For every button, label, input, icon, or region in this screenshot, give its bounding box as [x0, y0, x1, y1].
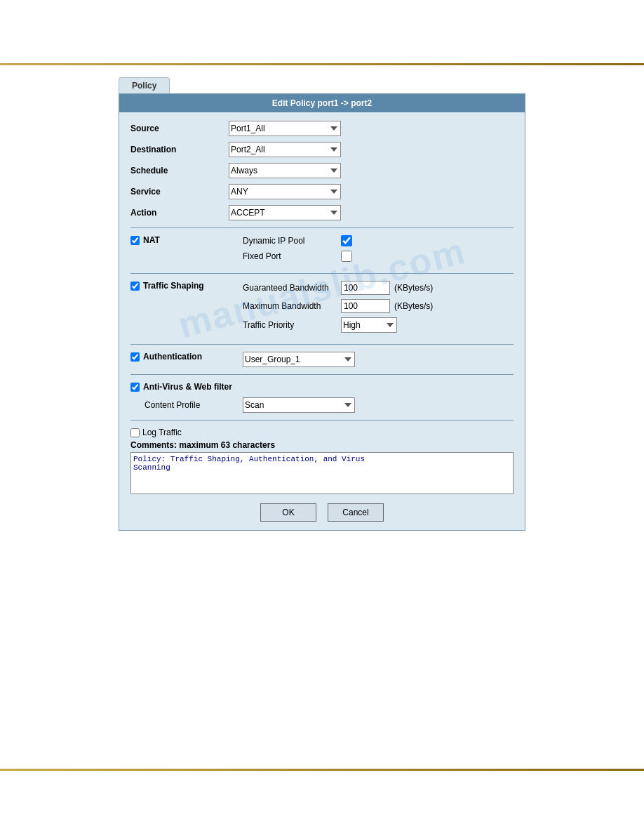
content-profile-select[interactable]: Scan None — [243, 397, 355, 413]
comments-label: Comments: maximum 63 characters — [130, 440, 514, 450]
log-traffic-row: Log Traffic — [130, 428, 514, 437]
action-label: Action — [130, 208, 229, 218]
nat-content: Dynamic IP Pool Fixed Port — [243, 235, 514, 266]
antivirus-checkbox[interactable] — [130, 383, 140, 392]
separator-3 — [130, 344, 514, 345]
nat-row: NAT Dynamic IP Pool Fixed Port — [130, 235, 514, 266]
content-profile-label: Content Profile — [145, 400, 243, 410]
comments-textarea[interactable]: Policy: Traffic Shaping, Authentication,… — [130, 452, 514, 494]
max-bw-label: Maximum Bandwidth — [243, 301, 341, 311]
comments-row: Comments: maximum 63 characters Policy: … — [130, 440, 514, 496]
authentication-label-text: Authentication — [143, 352, 202, 362]
log-traffic-label: Log Traffic — [142, 428, 182, 437]
traffic-priority-select[interactable]: High Medium Low — [341, 317, 397, 333]
comments-suffix: maximum 63 characters — [179, 440, 275, 450]
separator-1 — [130, 227, 514, 228]
guaranteed-bw-label: Guaranteed Bandwidth — [243, 283, 341, 293]
service-label: Service — [130, 187, 229, 197]
dynamic-ip-pool-checkbox[interactable] — [341, 235, 352, 246]
button-row: OK Cancel — [130, 503, 514, 522]
antivirus-label: Anti-Virus & Web filter — [130, 382, 243, 392]
authentication-label: Authentication — [130, 352, 243, 362]
separator-5 — [130, 420, 514, 421]
content-profile-row: Content Profile Scan None — [130, 397, 514, 413]
guaranteed-bw-unit: (KBytes/s) — [394, 283, 433, 293]
policy-container: Policy Edit Policy port1 -> port2 Source… — [119, 77, 525, 531]
top-border — [0, 63, 644, 65]
dynamic-ip-pool-label: Dynamic IP Pool — [243, 236, 341, 246]
destination-row: Destination Port2_All Port1_All — [130, 142, 514, 157]
traffic-shaping-label: Traffic Shaping — [130, 281, 243, 291]
separator-2 — [130, 273, 514, 274]
dialog-header: Edit Policy port1 -> port2 — [119, 94, 525, 112]
ok-button[interactable]: OK — [260, 503, 316, 522]
fixed-port-checkbox[interactable] — [341, 251, 352, 262]
antivirus-row: Anti-Virus & Web filter — [130, 382, 514, 392]
log-traffic-checkbox[interactable] — [130, 428, 140, 437]
antivirus-label-text: Anti-Virus & Web filter — [143, 382, 232, 392]
dialog-title: Edit Policy port1 -> port2 — [272, 98, 372, 108]
schedule-label: Schedule — [130, 166, 229, 176]
service-row: Service ANY HTTP — [130, 184, 514, 199]
authentication-content: User_Group_1 User_Group_2 — [243, 352, 514, 367]
traffic-priority-row: Traffic Priority High Medium Low — [243, 317, 514, 333]
nat-section-label: NAT — [130, 235, 243, 245]
destination-select[interactable]: Port2_All Port1_All — [229, 142, 341, 157]
max-bw-unit: (KBytes/s) — [394, 301, 433, 311]
service-select[interactable]: ANY HTTP — [229, 184, 341, 199]
dynamic-ip-pool-row: Dynamic IP Pool — [243, 235, 514, 246]
max-bw-input[interactable] — [341, 299, 390, 313]
traffic-shaping-label-text: Traffic Shaping — [143, 281, 204, 291]
nat-checkbox[interactable] — [130, 236, 140, 245]
fixed-port-label: Fixed Port — [243, 251, 341, 261]
traffic-priority-label: Traffic Priority — [243, 320, 341, 330]
cancel-button[interactable]: Cancel — [328, 503, 384, 522]
schedule-select[interactable]: Always Once — [229, 163, 341, 178]
tab-bar: Policy — [119, 77, 525, 93]
source-label: Source — [130, 124, 229, 133]
schedule-row: Schedule Always Once — [130, 163, 514, 178]
comments-bold: Comments: — [130, 440, 177, 450]
traffic-shaping-row: Traffic Shaping Guaranteed Bandwidth (KB… — [130, 281, 514, 337]
source-select[interactable]: Port1_All Port2_All — [229, 121, 341, 136]
traffic-shaping-content: Guaranteed Bandwidth (KBytes/s) Maximum … — [243, 281, 514, 337]
max-bw-row: Maximum Bandwidth (KBytes/s) — [243, 299, 514, 313]
separator-4 — [130, 374, 514, 375]
fixed-port-row: Fixed Port — [243, 251, 514, 262]
destination-label: Destination — [130, 145, 229, 154]
bottom-border — [0, 769, 644, 771]
dialog-box: Edit Policy port1 -> port2 Source Port1_… — [119, 93, 525, 531]
source-row: Source Port1_All Port2_All — [130, 121, 514, 136]
dialog-body: Source Port1_All Port2_All Destination P… — [119, 112, 525, 530]
guaranteed-bw-input[interactable] — [341, 281, 390, 295]
authentication-checkbox[interactable] — [130, 352, 140, 362]
action-select[interactable]: ACCEPT DENY — [229, 205, 341, 220]
policy-tab[interactable]: Policy — [119, 77, 170, 93]
nat-label-text: NAT — [143, 235, 160, 245]
action-row: Action ACCEPT DENY — [130, 205, 514, 220]
guaranteed-bw-row: Guaranteed Bandwidth (KBytes/s) — [243, 281, 514, 295]
authentication-select[interactable]: User_Group_1 User_Group_2 — [243, 352, 355, 367]
authentication-row: Authentication User_Group_1 User_Group_2 — [130, 352, 514, 367]
traffic-shaping-checkbox[interactable] — [130, 282, 140, 291]
